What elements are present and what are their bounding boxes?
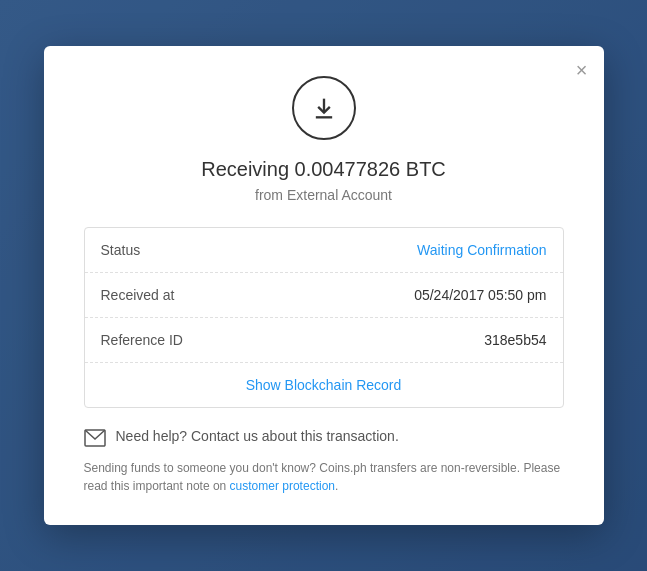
received-at-value: 05/24/2017 05:50 pm — [414, 287, 546, 303]
received-at-row: Received at 05/24/2017 05:50 pm — [85, 273, 563, 318]
modal-subtitle: from External Account — [84, 187, 564, 203]
notice-text: Sending funds to someone you don't know?… — [84, 459, 564, 495]
modal-dialog: × Receiving 0.00477826 BTC from External… — [44, 46, 604, 525]
status-row: Status Waiting Confirmation — [85, 228, 563, 273]
receive-icon-circle — [292, 76, 356, 140]
reference-id-row: Reference ID 318e5b54 — [85, 318, 563, 363]
blockchain-record-link[interactable]: Show Blockchain Record — [246, 377, 402, 393]
received-at-label: Received at — [101, 287, 175, 303]
envelope-icon — [84, 429, 106, 447]
help-text: Need help? Contact us about this transac… — [116, 428, 399, 444]
download-arrow-icon — [310, 94, 338, 122]
customer-protection-link[interactable]: customer protection — [230, 479, 335, 493]
blockchain-row: Show Blockchain Record — [85, 363, 563, 407]
close-button[interactable]: × — [576, 60, 588, 80]
reference-id-label: Reference ID — [101, 332, 183, 348]
reference-id-value: 318e5b54 — [484, 332, 546, 348]
status-value: Waiting Confirmation — [417, 242, 546, 258]
help-section: Need help? Contact us about this transac… — [84, 428, 564, 447]
info-table: Status Waiting Confirmation Received at … — [84, 227, 564, 408]
status-label: Status — [101, 242, 141, 258]
modal-title: Receiving 0.00477826 BTC — [84, 158, 564, 181]
modal-overlay: × Receiving 0.00477826 BTC from External… — [0, 0, 647, 571]
